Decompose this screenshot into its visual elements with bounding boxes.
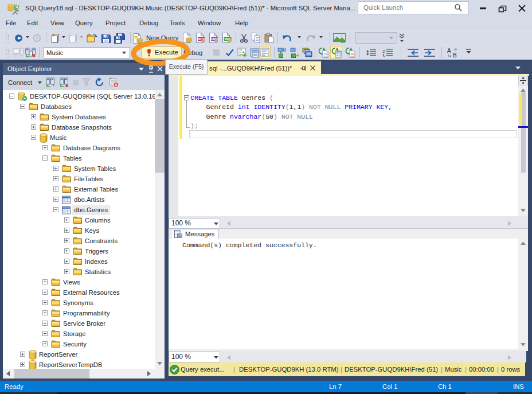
svg-text:2: 2 xyxy=(382,49,385,54)
svg-text:B: B xyxy=(453,52,457,58)
svg-text:A: A xyxy=(447,48,451,54)
